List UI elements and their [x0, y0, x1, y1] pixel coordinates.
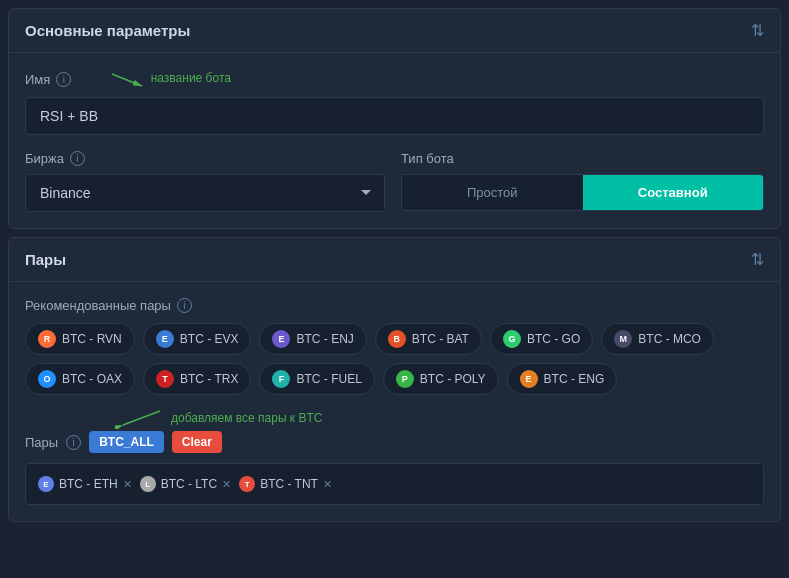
- go-label: BTC - GO: [527, 332, 580, 346]
- poly-label: BTC - POLY: [420, 372, 486, 386]
- ltc-tag-label: BTC - LTC: [161, 477, 217, 491]
- poly-icon: P: [396, 370, 414, 388]
- btcall-annotation-text: добавляем все пары к BTC: [171, 411, 322, 425]
- bot-type-toggle: Простой Составной: [401, 174, 764, 211]
- svg-line-3: [123, 411, 160, 425]
- rvn-label: BTC - RVN: [62, 332, 122, 346]
- pair-chip-bat[interactable]: B BTC - BAT: [375, 323, 482, 355]
- selected-pair-eth: E BTC - ETH ✕: [38, 472, 132, 496]
- exchange-bottype-row: Биржа i Binance Тип бота Простой Составн…: [25, 151, 764, 212]
- selected-pair-ltc: L BTC - LTC ✕: [140, 472, 231, 496]
- pair-chip-rvn[interactable]: R BTC - RVN: [25, 323, 135, 355]
- name-annotation: название бота: [107, 69, 231, 89]
- fuel-icon: F: [272, 370, 290, 388]
- pairs-section-toggle-icon[interactable]: ⇅: [751, 250, 764, 269]
- pair-chip-eng[interactable]: E BTC - ENG: [507, 363, 618, 395]
- mco-icon: M: [614, 330, 632, 348]
- pair-chip-enj[interactable]: E BTC - ENJ: [259, 323, 366, 355]
- mco-label: BTC - MCO: [638, 332, 701, 346]
- eth-tag-label: BTC - ETH: [59, 477, 118, 491]
- rvn-icon: R: [38, 330, 56, 348]
- bot-type-group: Тип бота Простой Составной: [401, 151, 764, 211]
- enj-icon: E: [272, 330, 290, 348]
- name-label: Имя i название бота: [25, 69, 764, 89]
- bat-icon: B: [388, 330, 406, 348]
- bot-type-label: Тип бота: [401, 151, 764, 166]
- btcall-arrow-icon: [115, 407, 165, 429]
- trx-icon: T: [156, 370, 174, 388]
- pair-chip-fuel[interactable]: F BTC - FUEL: [259, 363, 374, 395]
- selected-pairs-input[interactable]: E BTC - ETH ✕ L BTC - LTC ✕ T BTC - TNT …: [25, 463, 764, 505]
- recommended-info-icon[interactable]: i: [177, 298, 192, 313]
- evx-icon: E: [156, 330, 174, 348]
- pairs-title: Пары: [25, 251, 66, 268]
- basic-parameters-header: Основные параметры ⇅: [9, 9, 780, 53]
- exchange-info-icon[interactable]: i: [70, 151, 85, 166]
- eng-label: BTC - ENG: [544, 372, 605, 386]
- eng-icon: E: [520, 370, 538, 388]
- pair-chip-evx[interactable]: E BTC - EVX: [143, 323, 252, 355]
- recommended-label: Рекомендованные пары i: [25, 298, 764, 313]
- bat-label: BTC - BAT: [412, 332, 469, 346]
- pairs-field-label: Пары: [25, 435, 58, 450]
- oax-icon: O: [38, 370, 56, 388]
- selected-pair-tnt: T BTC - TNT ✕: [239, 472, 332, 496]
- go-icon: G: [503, 330, 521, 348]
- pair-chip-trx[interactable]: T BTC - TRX: [143, 363, 251, 395]
- basic-section-toggle-icon[interactable]: ⇅: [751, 21, 764, 40]
- tnt-remove-icon[interactable]: ✕: [323, 478, 332, 491]
- pairs-section: Пары ⇅ Рекомендованные пары i R BTC - RV…: [8, 237, 781, 522]
- basic-parameters-body: Имя i название бота: [9, 53, 780, 228]
- trx-label: BTC - TRX: [180, 372, 238, 386]
- pairs-info-icon[interactable]: i: [66, 435, 81, 450]
- enj-label: BTC - ENJ: [296, 332, 353, 346]
- pairs-header: Пары ⇅: [9, 238, 780, 282]
- bot-type-simple-btn[interactable]: Простой: [402, 175, 583, 210]
- bot-name-input[interactable]: [25, 97, 764, 135]
- pair-chip-go[interactable]: G BTC - GO: [490, 323, 593, 355]
- exchange-select[interactable]: Binance: [25, 174, 385, 212]
- eth-tag-icon: E: [38, 476, 54, 492]
- bot-type-compound-btn[interactable]: Составной: [583, 175, 764, 210]
- exchange-group: Биржа i Binance: [25, 151, 385, 212]
- ltc-remove-icon[interactable]: ✕: [222, 478, 231, 491]
- pair-chip-poly[interactable]: P BTC - POLY: [383, 363, 499, 395]
- fuel-label: BTC - FUEL: [296, 372, 361, 386]
- pairs-body: Рекомендованные пары i R BTC - RVN E BTC…: [9, 282, 780, 521]
- tnt-tag-label: BTC - TNT: [260, 477, 318, 491]
- tnt-tag-icon: T: [239, 476, 255, 492]
- oax-label: BTC - OAX: [62, 372, 122, 386]
- pair-chip-oax[interactable]: O BTC - OAX: [25, 363, 135, 395]
- svg-line-1: [112, 74, 142, 86]
- basic-parameters-title: Основные параметры: [25, 22, 190, 39]
- recommended-pairs-grid: R BTC - RVN E BTC - EVX E BTC - ENJ B BT…: [25, 323, 764, 395]
- pairs-controls-row: Пары i BTC_ALL Clear: [25, 431, 764, 453]
- name-info-icon[interactable]: i: [56, 72, 71, 87]
- btc-all-button[interactable]: BTC_ALL: [89, 431, 164, 453]
- clear-button[interactable]: Clear: [172, 431, 222, 453]
- ltc-tag-icon: L: [140, 476, 156, 492]
- evx-label: BTC - EVX: [180, 332, 239, 346]
- basic-parameters-section: Основные параметры ⇅ Имя i: [8, 8, 781, 229]
- name-field-group: Имя i название бота: [25, 69, 764, 135]
- exchange-label: Биржа i: [25, 151, 385, 166]
- pair-chip-mco[interactable]: M BTC - MCO: [601, 323, 714, 355]
- btcall-annotation-row: добавляем все пары к BTC: [115, 407, 764, 429]
- name-arrow-icon: [107, 69, 147, 89]
- eth-remove-icon[interactable]: ✕: [123, 478, 132, 491]
